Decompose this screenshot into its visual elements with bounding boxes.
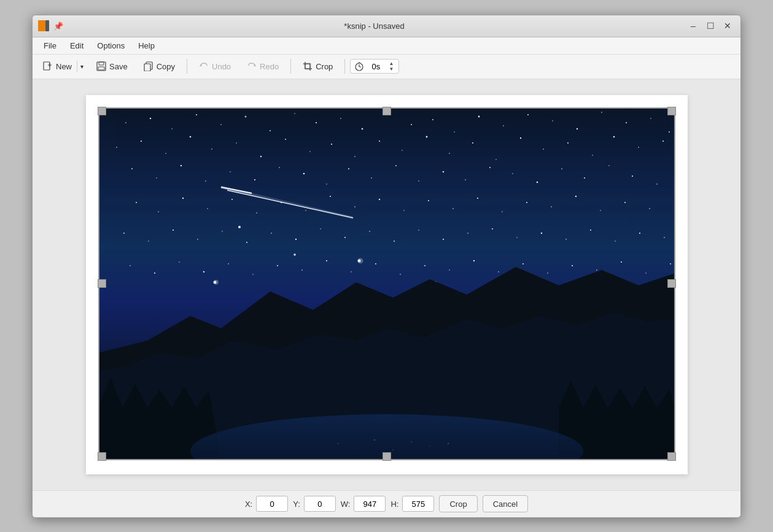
svg-point-23 xyxy=(149,117,150,118)
undo-button[interactable]: Undo xyxy=(192,58,238,74)
timer-input[interactable] xyxy=(367,62,385,71)
timer-increment[interactable]: ▲ xyxy=(387,61,395,66)
x-input[interactable] xyxy=(256,496,288,512)
svg-point-42 xyxy=(601,112,602,113)
svg-point-86 xyxy=(512,173,513,174)
svg-point-110 xyxy=(354,206,355,207)
crop-handle-mid-right[interactable] xyxy=(667,279,676,288)
crop-handle-mid-left[interactable] xyxy=(98,279,106,288)
crop-handle-bottom-left[interactable] xyxy=(98,452,106,461)
svg-point-121 xyxy=(624,202,626,203)
crop-button[interactable]: Crop xyxy=(439,495,477,512)
new-button[interactable]: New xyxy=(38,59,77,74)
minimize-button[interactable]: – xyxy=(685,19,701,33)
svg-point-92 xyxy=(656,183,658,185)
svg-point-90 xyxy=(608,165,609,166)
svg-point-37 xyxy=(478,115,480,117)
svg-point-149 xyxy=(203,271,204,272)
crop-handle-top-center[interactable] xyxy=(383,107,391,115)
svg-point-26 xyxy=(220,124,222,125)
svg-point-28 xyxy=(270,130,271,131)
svg-point-120 xyxy=(600,210,600,210)
svg-point-35 xyxy=(432,119,433,120)
svg-point-79 xyxy=(348,168,349,169)
svg-point-136 xyxy=(442,238,443,239)
svg-point-91 xyxy=(631,175,632,176)
svg-point-57 xyxy=(379,141,380,142)
canvas-container xyxy=(86,95,688,474)
svg-point-181 xyxy=(411,441,412,442)
svg-point-128 xyxy=(246,242,247,243)
cancel-button[interactable]: Cancel xyxy=(483,495,528,512)
close-button[interactable]: ✕ xyxy=(720,19,736,33)
svg-point-73 xyxy=(205,180,206,182)
statusbar: X: Y: W: H: Crop Cancel xyxy=(33,490,740,517)
toolbar-separator-2 xyxy=(290,59,291,74)
h-input[interactable] xyxy=(402,496,434,512)
svg-point-41 xyxy=(576,128,577,129)
svg-point-134 xyxy=(394,241,395,242)
image-wrapper xyxy=(98,107,675,460)
svg-point-133 xyxy=(369,231,370,232)
svg-point-29 xyxy=(294,113,295,114)
svg-point-135 xyxy=(418,229,419,230)
new-button-group[interactable]: New ▾ xyxy=(37,58,87,74)
crop-handle-top-left[interactable] xyxy=(98,107,106,115)
w-input[interactable] xyxy=(354,496,386,512)
svg-point-51 xyxy=(236,142,236,143)
svg-point-141 xyxy=(565,239,567,240)
svg-point-49 xyxy=(189,136,191,137)
svg-point-25 xyxy=(196,114,197,115)
svg-point-104 xyxy=(207,208,208,209)
svg-point-30 xyxy=(315,121,316,123)
svg-point-109 xyxy=(330,196,331,197)
h-label: H: xyxy=(390,499,398,509)
svg-point-58 xyxy=(402,150,402,150)
menu-file[interactable]: File xyxy=(37,39,63,52)
svg-point-47 xyxy=(140,140,141,141)
svg-point-63 xyxy=(519,137,521,138)
redo-button[interactable]: Redo xyxy=(240,58,286,74)
svg-point-103 xyxy=(182,197,183,198)
toolbar: New ▾ Save Copy xyxy=(33,55,740,79)
crop-handle-bottom-right[interactable] xyxy=(667,452,676,461)
menu-options[interactable]: Options xyxy=(91,39,131,52)
svg-point-156 xyxy=(375,263,376,264)
svg-point-40 xyxy=(552,120,553,121)
svg-point-76 xyxy=(279,167,280,168)
svg-point-59 xyxy=(425,136,427,137)
crop-toolbar-button[interactable]: Crop xyxy=(296,58,340,74)
svg-point-125 xyxy=(172,229,173,230)
svg-point-146 xyxy=(130,265,131,266)
svg-point-22 xyxy=(125,122,126,123)
svg-point-39 xyxy=(527,114,529,115)
copy-icon xyxy=(144,61,153,71)
menu-edit[interactable]: Edit xyxy=(64,39,90,52)
svg-point-61 xyxy=(472,142,473,144)
svg-point-151 xyxy=(252,274,253,274)
svg-point-34 xyxy=(411,124,412,125)
svg-rect-7 xyxy=(98,67,104,70)
copy-button[interactable]: Copy xyxy=(137,58,182,74)
svg-point-46 xyxy=(116,147,117,148)
crop-handle-top-right[interactable] xyxy=(667,107,676,115)
y-input[interactable] xyxy=(304,496,336,512)
svg-point-89 xyxy=(584,177,585,179)
svg-point-67 xyxy=(613,136,615,137)
svg-point-153 xyxy=(301,269,303,271)
new-dropdown-arrow[interactable]: ▾ xyxy=(77,61,87,72)
maximize-button[interactable]: ☐ xyxy=(702,19,718,33)
svg-point-32 xyxy=(361,128,363,129)
svg-point-130 xyxy=(295,238,296,239)
svg-point-123 xyxy=(123,233,125,234)
timer-decrement[interactable]: ▼ xyxy=(387,66,395,72)
crop-handle-bottom-center[interactable] xyxy=(383,452,391,461)
menu-help[interactable]: Help xyxy=(132,39,161,52)
titlebar: 📌 *ksnip - Unsaved – ☐ ✕ xyxy=(33,15,740,37)
svg-point-111 xyxy=(378,198,379,199)
svg-point-108 xyxy=(305,210,306,210)
svg-point-71 xyxy=(156,177,157,178)
save-button[interactable]: Save xyxy=(90,58,134,74)
svg-point-155 xyxy=(351,271,351,272)
svg-point-50 xyxy=(211,148,212,150)
